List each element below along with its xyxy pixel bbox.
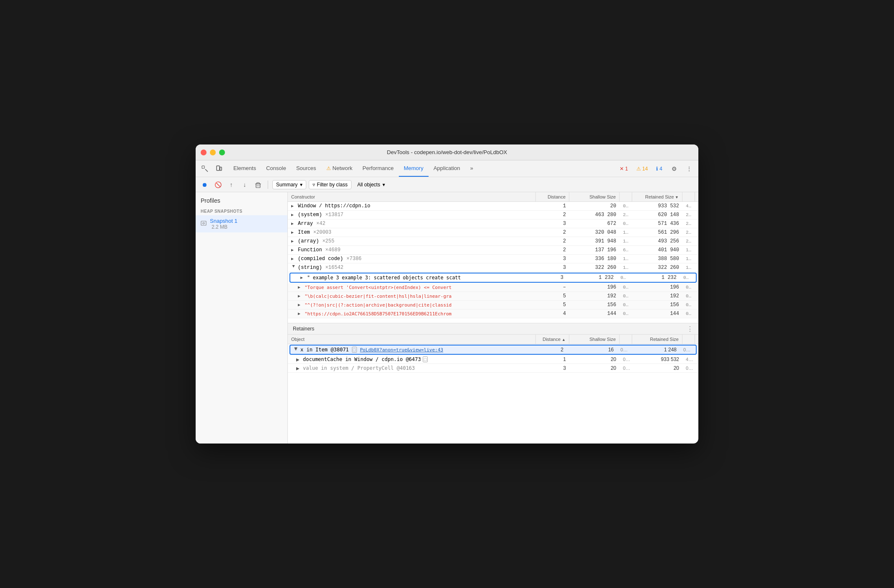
- shallow-pct: 0 %: [617, 274, 630, 281]
- constructor-cell: ▶ (compiled code) ×7386: [288, 255, 536, 263]
- count-badge: ×42: [316, 221, 326, 227]
- expand-arrow[interactable]: ▶: [291, 248, 296, 253]
- tab-more[interactable]: »: [465, 160, 478, 177]
- sort-asc-icon: ▲: [562, 338, 566, 342]
- upload-btn[interactable]: ↑: [226, 179, 237, 190]
- scrollbar-grip-icon: ⋮: [687, 325, 693, 333]
- warn-icon: ⚠: [636, 166, 641, 172]
- minimize-button[interactable]: [210, 150, 216, 155]
- network-warn-icon: ⚠: [326, 165, 331, 171]
- count-badge: ×255: [322, 238, 334, 244]
- chevron-down-icon-2: ▾: [382, 182, 385, 188]
- th-constructor: Constructor: [288, 192, 536, 201]
- constructor-cell: ▶ (string) ×16542: [288, 263, 536, 272]
- distance-cell: 3: [536, 219, 569, 228]
- expand-arrow[interactable]: ▶: [298, 285, 303, 290]
- retainers-table[interactable]: Object Distance ▲ Shallow Size Retained …: [288, 335, 698, 444]
- storage-icon: □: [352, 347, 357, 353]
- filter-by-class-btn[interactable]: ▿ Filter by class: [309, 180, 351, 189]
- maximize-button[interactable]: [219, 150, 225, 155]
- distance-cell: 2: [536, 211, 569, 219]
- summary-dropdown[interactable]: Summary ▾: [272, 180, 306, 189]
- shallow-pct: 6 %: [620, 246, 632, 254]
- expand-arrow[interactable]: ▶: [298, 294, 303, 299]
- tab-elements[interactable]: Elements: [228, 160, 261, 177]
- svg-rect-1: [217, 166, 220, 170]
- expand-arrow[interactable]: ▶: [298, 311, 303, 316]
- ret-shallow-pct: 0 %: [620, 364, 632, 372]
- expand-arrow-down[interactable]: ▶: [291, 265, 296, 270]
- ret-retained: 20: [632, 364, 682, 372]
- record-btn[interactable]: ⏺: [199, 179, 210, 190]
- sidebar: Profiles HEAP SNAPSHOTS Snapshot 1 2.2 M…: [196, 192, 288, 444]
- devtools-body: Elements Console Sources ⚠ Network Perfo…: [196, 160, 698, 444]
- retainer-row-selected[interactable]: ▶ x in Item @38071 □ PoLdb0X?anon=true&v…: [289, 345, 697, 355]
- count-badge: ×7386: [346, 256, 362, 262]
- expand-arrow[interactable]: ▶: [300, 275, 305, 280]
- more-options-icon[interactable]: ⋮: [683, 163, 695, 175]
- retainer-row[interactable]: ▶ value in system / PropertyCell @40163 …: [288, 364, 698, 373]
- ret-retained-pct: 0 %: [680, 346, 692, 353]
- device-toggle-icon[interactable]: [213, 163, 225, 175]
- tab-sources[interactable]: Sources: [291, 160, 321, 177]
- window-title: DevTools - codepen.io/web-dot-dev/live/P…: [387, 149, 507, 155]
- expand-arrow[interactable]: ▶: [296, 366, 301, 371]
- constructor-name: (array): [298, 238, 319, 244]
- table-row[interactable]: ▶ Window / https://cdpn.io 1 20 0 % 933 …: [288, 202, 698, 211]
- all-objects-dropdown[interactable]: All objects ▾: [354, 181, 695, 189]
- tab-performance[interactable]: Performance: [357, 160, 398, 177]
- table-row[interactable]: ▶ "Torque assert 'Convert<uintptr>(endIn…: [288, 283, 698, 292]
- shallow-pct: 17 %: [620, 237, 632, 245]
- table-row[interactable]: ▶ "https://cdpn.io2AC766158D5B7507E17015…: [288, 309, 698, 318]
- retainer-link[interactable]: PoLdb0X?anon=true&view=live:43: [360, 347, 443, 353]
- expand-arrow[interactable]: ▶: [291, 204, 296, 209]
- retained-cell: 561 296: [632, 228, 682, 237]
- heap-table[interactable]: Constructor Distance Shallow Size Retain…: [288, 192, 698, 323]
- table-row[interactable]: ▶ "\b(calc|cubic-bezier|fit-content|hsl|…: [288, 292, 698, 301]
- tab-console[interactable]: Console: [261, 160, 291, 177]
- expand-arrow[interactable]: ▶: [291, 239, 296, 244]
- retainer-row[interactable]: ▶ documentCache in Window / cdpn.io @647…: [288, 355, 698, 364]
- devtools-window: DevTools - codepen.io/web-dot-dev/live/P…: [196, 144, 698, 444]
- expand-arrow[interactable]: ▶: [291, 256, 296, 261]
- close-button[interactable]: [201, 150, 207, 155]
- settings-icon[interactable]: ⚙: [668, 163, 680, 175]
- expand-arrow[interactable]: ▶: [291, 230, 296, 235]
- sidebar-item-snapshot[interactable]: Snapshot 1 2.2 MB: [196, 215, 287, 232]
- expand-arrow[interactable]: ▶: [291, 212, 296, 217]
- expand-arrow[interactable]: ▶: [298, 302, 303, 307]
- tab-application[interactable]: Application: [429, 160, 465, 177]
- expand-arrow[interactable]: ▶: [291, 221, 296, 226]
- retained-pct: 0 %: [682, 310, 695, 317]
- table-row[interactable]: ▶ (system) ×13817 2 463 280 21 % 620 148…: [288, 211, 698, 219]
- sidebar-section-label: HEAP SNAPSHOTS: [196, 207, 287, 215]
- distance-cell: 1: [536, 202, 569, 210]
- retainer-object-cell: ▶ documentCache in Window / cdpn.io @647…: [288, 355, 536, 364]
- count-badge: ×13817: [326, 212, 344, 218]
- table-row[interactable]: ▶ Array ×42 3 672 0 % 571 436 25 %: [288, 219, 698, 228]
- inspect-icon[interactable]: [199, 163, 211, 175]
- highlighted-string-row[interactable]: ▶ " example 3 example 3: scattered objec…: [289, 273, 697, 283]
- table-row[interactable]: ▶ (array) ×255 2 391 948 17 % 493 256 22…: [288, 237, 698, 246]
- shallow-cell: 144: [569, 309, 620, 318]
- expand-arrow-down[interactable]: ▶: [294, 347, 299, 352]
- table-row[interactable]: ▶ Item ×20003 2 320 048 14 % 561 296 25 …: [288, 228, 698, 237]
- download-btn[interactable]: ↓: [239, 179, 250, 190]
- retained-cell: 933 532: [632, 202, 682, 210]
- expand-arrow[interactable]: ▶: [296, 357, 301, 362]
- retained-cell: 388 580: [632, 255, 682, 263]
- retained-pct: 0 %: [680, 274, 692, 281]
- table-row[interactable]: ▶ (compiled code) ×7386 3 336 180 15 % 3…: [288, 255, 698, 263]
- table-row[interactable]: ▶ Function ×4689 2 137 196 6 % 401 940 1…: [288, 246, 698, 255]
- constructor-name: (system): [298, 212, 322, 218]
- table-row[interactable]: ▶ "^(?!on|src|(?:action|archive|backgrou…: [288, 301, 698, 309]
- distance-cell: 2: [536, 237, 569, 245]
- retained-pct: 0 %: [682, 292, 695, 300]
- tab-network[interactable]: ⚠ Network: [321, 160, 358, 177]
- tab-memory[interactable]: Memory: [399, 160, 429, 177]
- clear-btn[interactable]: 🚫: [212, 179, 223, 190]
- collect-garbage-btn[interactable]: [253, 179, 264, 190]
- storage-icon: □: [423, 356, 428, 362]
- table-row[interactable]: ▶ (string) ×16542 3 322 260 14 % 322 260…: [288, 263, 698, 272]
- distance-cell: 5: [536, 292, 569, 300]
